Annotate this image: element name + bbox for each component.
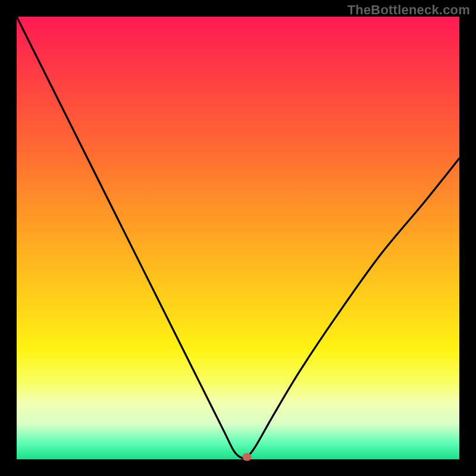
bottleneck-curve (17, 17, 459, 458)
plot-area (17, 17, 459, 459)
curve-svg (17, 17, 459, 459)
watermark-text: TheBottleneck.com (347, 2, 470, 18)
chart-frame: TheBottleneck.com (0, 0, 476, 476)
optimal-point-marker (242, 453, 251, 461)
